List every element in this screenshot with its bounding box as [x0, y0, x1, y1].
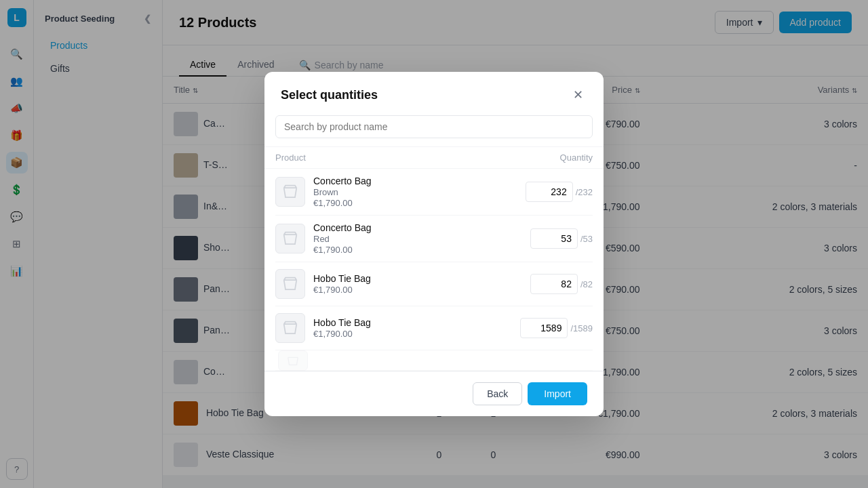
- modal-product-thumbnail: [275, 269, 305, 299]
- modal-product-row: Hobo Tie Bag €1,790.00 /1589: [275, 306, 593, 350]
- modal-product-sub: Red: [313, 234, 498, 244]
- modal-overlay: Select quantities ✕ Product Quantity Con…: [0, 0, 868, 488]
- modal-product-thumbnail: [275, 177, 305, 207]
- modal-product-info: Concerto Bag Red €1,790.00: [313, 222, 498, 255]
- modal-footer: Back Import: [264, 371, 604, 416]
- modal-product-thumbnail: [275, 313, 305, 343]
- modal-quantity-group: /232: [498, 182, 593, 202]
- modal-product-name: Concerto Bag: [313, 176, 498, 186]
- modal-title: Select quantities: [281, 88, 378, 102]
- modal-product-price: €1,790.00: [313, 198, 498, 208]
- modal-product-info: Hobo Tie Bag €1,790.00: [313, 273, 498, 295]
- modal-quantity-group: /1589: [498, 318, 593, 338]
- modal-product-price: €1,790.00: [313, 329, 498, 339]
- modal-product-info: Hobo Tie Bag €1,790.00: [313, 317, 498, 339]
- modal-quantity-group: /82: [498, 274, 593, 294]
- col-product-label: Product: [275, 152, 491, 163]
- modal-product-name: Hobo Tie Bag: [313, 317, 498, 328]
- modal-product-list: Concerto Bag Brown €1,790.00 /232 Concer…: [264, 169, 604, 371]
- modal-product-price: €1,790.00: [313, 245, 498, 255]
- modal-product-sub: Brown: [313, 187, 498, 197]
- partial-row-indicator: [278, 350, 308, 371]
- modal-close-button[interactable]: ✕: [568, 85, 587, 104]
- back-button[interactable]: Back: [473, 382, 522, 405]
- modal-qty-input[interactable]: [530, 274, 578, 294]
- select-quantities-modal: Select quantities ✕ Product Quantity Con…: [264, 72, 604, 416]
- modal-product-name: Concerto Bag: [313, 222, 498, 233]
- modal-product-info: Concerto Bag Brown €1,790.00: [313, 176, 498, 208]
- modal-search-input[interactable]: [275, 115, 593, 138]
- modal-qty-input[interactable]: [530, 228, 578, 249]
- modal-table-header: Product Quantity: [264, 146, 604, 169]
- modal-quantity-group: /53: [498, 228, 593, 249]
- modal-product-row: Hobo Tie Bag €1,790.00 /82: [275, 262, 593, 306]
- modal-product-price: €1,790.00: [313, 285, 498, 295]
- col-quantity-label: Quantity: [491, 152, 593, 163]
- modal-product-thumbnail: [275, 224, 305, 253]
- modal-product-name: Hobo Tie Bag: [313, 273, 498, 284]
- modal-header: Select quantities ✕: [264, 72, 604, 115]
- modal-qty-input[interactable]: [526, 182, 573, 202]
- modal-import-button[interactable]: Import: [528, 382, 587, 405]
- modal-product-row: Concerto Bag Red €1,790.00 /53: [275, 216, 593, 262]
- modal-qty-max: /53: [580, 234, 593, 244]
- modal-qty-max: /1589: [570, 323, 593, 333]
- modal-qty-max: /82: [580, 279, 593, 289]
- modal-qty-max: /232: [576, 187, 593, 197]
- modal-qty-input[interactable]: [520, 318, 568, 338]
- modal-product-row: Concerto Bag Brown €1,790.00 /232: [275, 169, 593, 216]
